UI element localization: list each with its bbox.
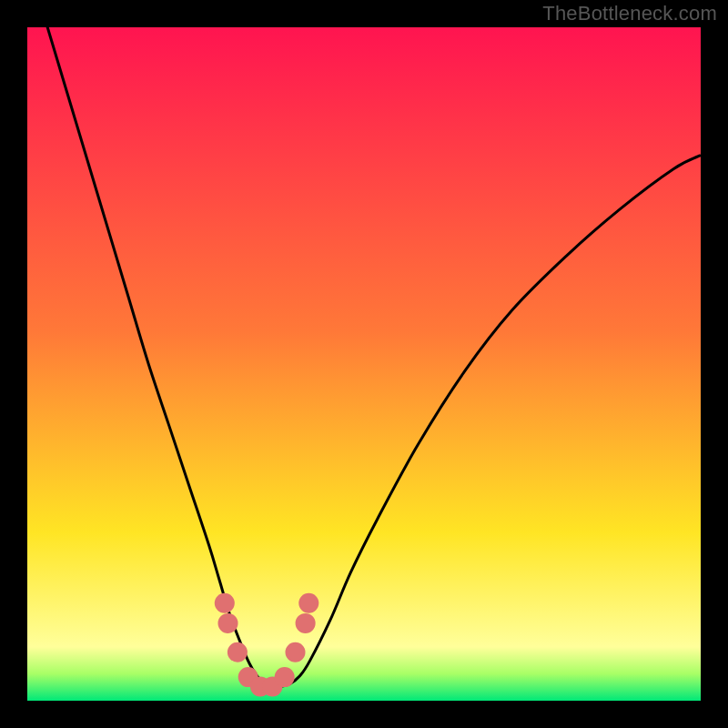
watermark-text: TheBottleneck.com	[542, 2, 717, 25]
highlight-marker	[215, 593, 235, 613]
chart-svg	[27, 27, 701, 701]
highlight-marker	[298, 593, 318, 613]
gradient-background	[27, 27, 701, 701]
highlight-marker	[218, 613, 238, 633]
highlight-marker	[286, 642, 306, 662]
highlight-marker	[228, 642, 248, 662]
highlight-marker	[275, 667, 295, 687]
highlight-marker	[296, 613, 316, 633]
chart-frame: TheBottleneck.com	[0, 0, 728, 728]
